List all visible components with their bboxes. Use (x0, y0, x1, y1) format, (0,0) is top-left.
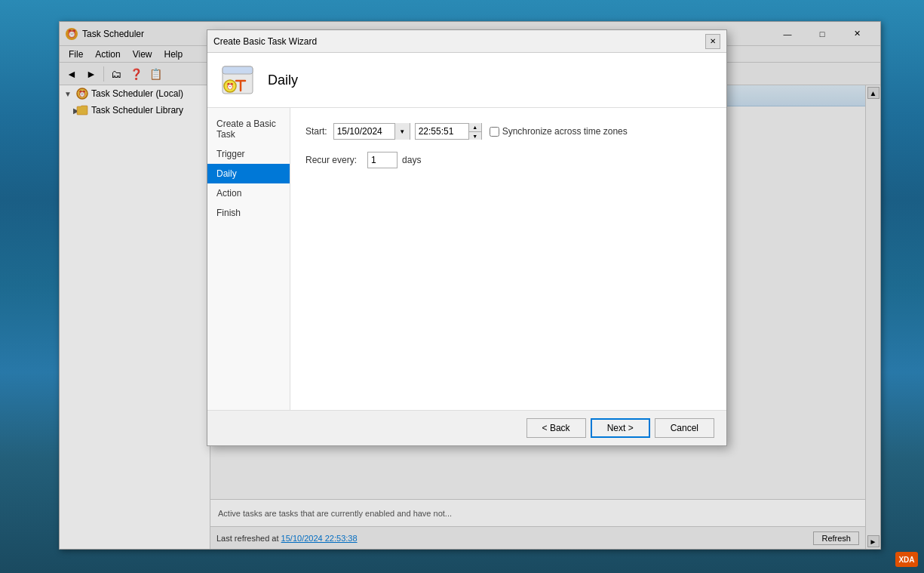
dialog-title-bar: Create Basic Task Wizard ✕ (207, 30, 726, 53)
create-task-dialog: Create Basic Task Wizard ✕ ⏰ Daily (207, 29, 727, 446)
nav-trigger[interactable]: Trigger (207, 144, 290, 164)
modal-overlay: Create Basic Task Wizard ✕ ⏰ Daily (60, 22, 880, 549)
svg-text:⏰: ⏰ (226, 82, 234, 90)
date-picker-button[interactable]: ▼ (394, 123, 410, 140)
svg-rect-3 (223, 66, 253, 74)
sync-label: Synchronize across time zones (502, 126, 628, 137)
start-label: Start: (305, 126, 327, 137)
sync-checkbox-row: Synchronize across time zones (490, 126, 628, 137)
dialog-header: ⏰ Daily (207, 53, 726, 108)
dialog-header-icon: ⏰ (219, 62, 256, 98)
svg-text:XDA: XDA (898, 556, 914, 564)
nav-finish[interactable]: Finish (207, 203, 290, 223)
recur-input[interactable] (367, 152, 398, 168)
time-down-button[interactable]: ▼ (469, 131, 481, 140)
dialog-footer: < Back Next > Cancel (207, 410, 726, 445)
dialog-body: Create a Basic Task Trigger Daily Action… (207, 108, 726, 410)
recur-form-row: Recur every: days (305, 152, 711, 168)
recur-label: Recur every: (305, 155, 357, 165)
main-window: ⏰ Task Scheduler — □ ✕ File Action View … (59, 21, 881, 550)
xda-logo: XDA (895, 552, 918, 567)
back-button-dialog[interactable]: < Back (526, 418, 586, 438)
cancel-button-dialog[interactable]: Cancel (655, 418, 714, 438)
nav-create-basic-task[interactable]: Create a Basic Task (207, 114, 290, 144)
start-form-row: Start: ▼ ▲ ▼ (305, 123, 711, 140)
date-input[interactable] (334, 124, 394, 139)
time-input[interactable] (416, 124, 468, 139)
date-input-wrapper: ▼ (333, 123, 410, 140)
nav-daily[interactable]: Daily (207, 164, 290, 183)
dialog-close-button[interactable]: ✕ (705, 34, 720, 49)
days-label: days (402, 155, 421, 165)
time-up-button[interactable]: ▲ (469, 123, 481, 131)
nav-action[interactable]: Action (207, 183, 290, 203)
dialog-title: Create Basic Task Wizard (213, 36, 705, 47)
next-button-dialog[interactable]: Next > (591, 418, 650, 438)
time-spinners: ▲ ▼ (468, 123, 481, 140)
dialog-content: Start: ▼ ▲ ▼ (290, 108, 726, 410)
time-input-wrapper: ▲ ▼ (415, 123, 482, 140)
dialog-nav: Create a Basic Task Trigger Daily Action… (207, 108, 290, 410)
sync-checkbox[interactable] (490, 127, 499, 137)
dialog-header-title: Daily (268, 72, 298, 88)
